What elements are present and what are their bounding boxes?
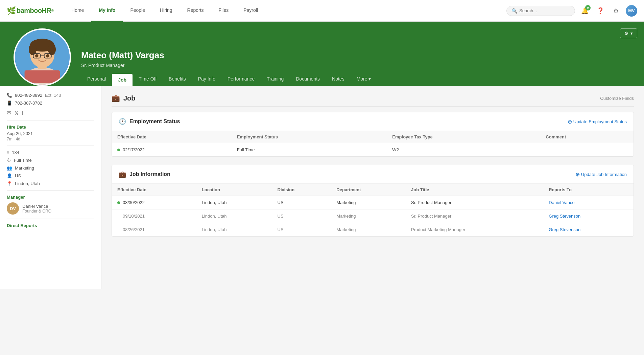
sidebar-ext: Ext. 143	[45, 93, 61, 98]
facebook-icon[interactable]: f	[22, 110, 23, 116]
profile-tab-personal[interactable]: Personal	[81, 73, 112, 86]
profile-tab-more[interactable]: More ▾	[351, 73, 377, 86]
profile-settings-button[interactable]: ⚙ ▾	[620, 28, 637, 38]
nav-item-reports[interactable]: Reports	[180, 0, 211, 22]
nav-item-people[interactable]: People	[123, 0, 152, 22]
ji-location-2: Lindon, Utah	[196, 209, 272, 223]
nav-item-home[interactable]: Home	[64, 0, 91, 22]
search-icon: 🔍	[511, 8, 517, 14]
profile-tab-job[interactable]: Job	[112, 74, 133, 86]
nav-item-payroll[interactable]: Payroll	[236, 0, 265, 22]
job-info-table-wrapper: Effective Date Location Division Departm…	[112, 184, 634, 236]
top-navigation: 🌿 bambooHR ® Home My Info People Hiring …	[0, 0, 644, 22]
emp-status-icon: 🕐	[119, 118, 126, 125]
dropdown-arrow-icon: ▾	[630, 31, 633, 36]
emp-status-1: Full Time	[232, 143, 387, 157]
th-ji-dept: Department	[331, 184, 406, 196]
update-employment-label: Update Employment Status	[573, 119, 627, 124]
job-info-row-1: 03/30/2022 Lindon, Utah US Marketing Sr.…	[112, 196, 634, 209]
emp-status-row-1: 02/17/2022 Full Time W2	[112, 143, 634, 157]
ji-date-3: 08/26/2021	[112, 223, 196, 237]
search-box[interactable]: 🔍	[506, 6, 575, 16]
logo-reg: ®	[51, 9, 54, 13]
logo-text: bambooHR	[17, 7, 51, 15]
emp-status-table-wrapper: Effective Date Employment Status Employe…	[112, 131, 634, 156]
ji-location-1: Lindon, Utah	[196, 196, 272, 209]
twitter-icon[interactable]: 𝕏	[15, 110, 18, 116]
th-employment-status: Employment Status	[232, 131, 387, 143]
ji-reportsto-3[interactable]: Greg Stevenson	[543, 223, 634, 237]
profile-tab-benefits[interactable]: Benefits	[163, 73, 192, 86]
profile-tab-notes[interactable]: Notes	[326, 73, 351, 86]
avatar-illustration	[15, 28, 70, 85]
ji-reportsto-1[interactable]: Daniel Vance	[543, 196, 634, 209]
job-section-icon: 💼	[112, 94, 120, 102]
th-ji-location: Location	[196, 184, 272, 196]
nav-item-files[interactable]: Files	[211, 0, 236, 22]
ji-dept-1: Marketing	[331, 196, 406, 209]
nav-links: Home My Info People Hiring Reports Files…	[64, 0, 265, 22]
email-icon[interactable]: ✉	[7, 110, 11, 116]
location-icon: 📍	[7, 181, 12, 186]
job-information-table: Effective Date Location Division Departm…	[112, 184, 634, 236]
emp-comment-1	[540, 143, 634, 157]
notification-bell-button[interactable]: 🔔 9	[579, 5, 591, 17]
notification-badge: 9	[585, 5, 591, 10]
logo[interactable]: 🌿 bambooHR ®	[7, 6, 54, 15]
job-info-title: Job Information	[129, 171, 170, 177]
emp-date-1: 02/17/2022	[112, 143, 232, 157]
ji-division-3: US	[272, 223, 331, 237]
profile-tab-documents[interactable]: Documents	[290, 73, 326, 86]
profile-tab-training[interactable]: Training	[261, 73, 290, 86]
sidebar-emp-number: 134	[12, 150, 19, 155]
emp-status-title: Employment Status	[129, 118, 180, 125]
job-info-row-3: 08/26/2021 Lindon, Utah US Marketing Pro…	[112, 223, 634, 237]
nav-item-myinfo[interactable]: My Info	[91, 0, 123, 22]
ji-reportsto-2[interactable]: Greg Stevenson	[543, 209, 634, 223]
profile-tab-payinfo[interactable]: Pay Info	[192, 73, 221, 86]
main-layout: 📞 802-482-3892 Ext. 143 📱 702-387-3782 ✉…	[0, 86, 644, 289]
employment-status-card: 🕐 Employment Status ⊕ Update Employment …	[112, 112, 634, 157]
nav-item-hiring[interactable]: Hiring	[152, 0, 180, 22]
sidebar-dept: Marketing	[15, 165, 34, 171]
sidebar-phone: 802-482-3892	[15, 93, 42, 98]
sidebar-country: US	[15, 173, 21, 178]
ji-date-1: 03/30/2022	[112, 196, 196, 209]
settings-button[interactable]: ⚙	[610, 5, 622, 17]
sidebar-phone-row: 📞 802-482-3892 Ext. 143	[7, 93, 94, 98]
sidebar-mobile-row: 📱 702-387-3782	[7, 101, 94, 106]
update-job-info-label: Update Job Information	[581, 172, 627, 177]
th-employee-tax-type: Employee Tax Type	[387, 131, 540, 143]
ji-jobtitle-2: Sr. Product Manager	[406, 209, 543, 223]
ji-division-2: US	[272, 209, 331, 223]
plus-icon-2: ⊕	[575, 171, 580, 178]
sidebar-location-row: 📍 Lindon, Utah	[7, 181, 94, 186]
sidebar: 📞 802-482-3892 Ext. 143 📱 702-387-3782 ✉…	[0, 86, 101, 289]
update-job-info-button[interactable]: ⊕ Update Job Information	[575, 171, 627, 178]
th-effective-date: Effective Date	[112, 131, 232, 143]
mobile-icon: 📱	[7, 101, 12, 106]
search-input[interactable]	[519, 8, 570, 13]
hire-date-value: Aug 26, 2021	[7, 131, 94, 136]
direct-reports-label: Direct Reports	[7, 223, 94, 228]
ji-division-1: US	[272, 196, 331, 209]
sidebar-country-row: 👤 US	[7, 173, 94, 178]
hire-since-value: 7m · 4d	[7, 137, 94, 141]
profile-name: Mateo (Matt) Vargas	[81, 50, 637, 61]
sidebar-divider-2	[7, 146, 94, 146]
employment-status-table: Effective Date Employment Status Employe…	[112, 131, 634, 156]
sidebar-divider-3	[7, 190, 94, 191]
help-button[interactable]: ❓	[595, 5, 606, 17]
job-section-title: Job	[123, 94, 136, 102]
th-comment: Comment	[540, 131, 634, 143]
update-employment-status-button[interactable]: ⊕ Update Employment Status	[568, 118, 627, 125]
sidebar-divider-4	[7, 219, 94, 219]
gear-icon: ⚙	[624, 31, 628, 36]
profile-tab-timeoff[interactable]: Time Off	[133, 73, 163, 86]
emptype-icon: ⏱	[7, 158, 11, 163]
ji-jobtitle-1: Sr. Product Manager	[406, 196, 543, 209]
customize-fields-button[interactable]: Customize Fields	[600, 96, 634, 101]
phone-icon: 📞	[7, 93, 12, 98]
user-avatar-nav[interactable]: MV	[626, 5, 637, 17]
profile-tab-performance[interactable]: Performance	[221, 73, 261, 86]
